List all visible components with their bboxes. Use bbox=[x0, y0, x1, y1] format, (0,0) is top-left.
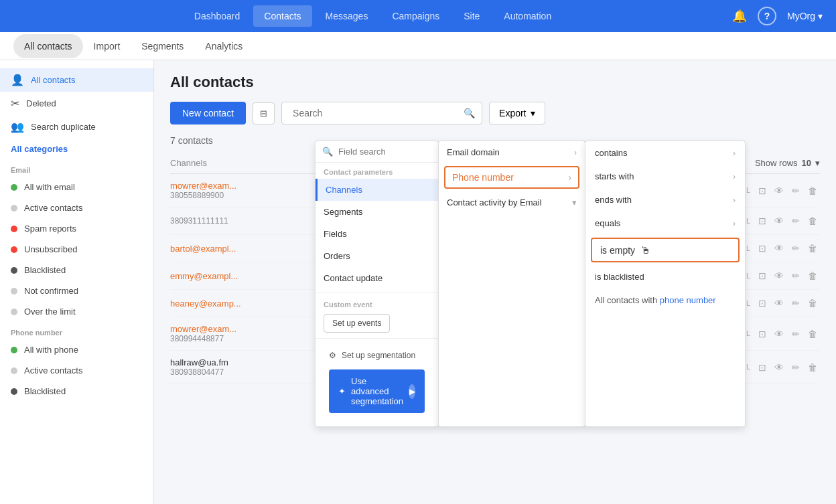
action-icon-edit6[interactable]: ✏ bbox=[789, 327, 803, 341]
deleted-icon: ✂ bbox=[11, 97, 19, 110]
action-icon-edit[interactable]: ✏ bbox=[789, 184, 803, 197]
nav-site[interactable]: Site bbox=[453, 5, 490, 27]
action-icon-edit3[interactable]: ✏ bbox=[789, 242, 803, 255]
sidebar-item-active-contacts-phone[interactable]: Active contacts bbox=[0, 360, 153, 381]
condition-starts-with[interactable]: starts with › bbox=[585, 165, 745, 188]
nav-right: 🔔 ? MyOrg ▾ bbox=[732, 7, 823, 25]
panel2-email-domain[interactable]: Email domain › bbox=[439, 141, 585, 163]
sidebar-item-over-limit[interactable]: Over the limit bbox=[0, 301, 153, 322]
arrow-right-icon-6: › bbox=[733, 218, 736, 228]
sidebar-item-unsubscribed[interactable]: Unsubscribed bbox=[0, 239, 153, 260]
sidebar-item-not-confirmed[interactable]: Not confirmed bbox=[0, 280, 153, 301]
sidebar-phone-label: Phone number bbox=[0, 322, 153, 339]
panel1-contact-update[interactable]: Contact update bbox=[316, 267, 438, 289]
dot-green bbox=[11, 184, 17, 191]
set-up-events-button[interactable]: Set up events bbox=[324, 314, 390, 333]
action-icon-edit5[interactable]: ✏ bbox=[789, 297, 803, 310]
filter-button[interactable]: ⊟ bbox=[253, 102, 275, 124]
panel1-segments[interactable]: Segments bbox=[316, 201, 438, 223]
dot-gray-2 bbox=[11, 288, 17, 295]
condition-equals[interactable]: equals › bbox=[585, 212, 745, 235]
panel2-phone-number[interactable]: Phone number › bbox=[444, 166, 579, 189]
set-up-segmentation-btn[interactable]: ⚙ Set up segmentation bbox=[322, 345, 431, 365]
action-icon-edit4[interactable]: ✏ bbox=[789, 269, 803, 282]
sidebar-all-categories[interactable]: All categories bbox=[0, 139, 153, 159]
search-box: 🔍 bbox=[281, 102, 482, 124]
action-icon-copy2[interactable]: ⊡ bbox=[756, 214, 769, 228]
action-icon-view6[interactable]: 👁 bbox=[772, 327, 786, 341]
action-icon-delete2[interactable]: 🗑 bbox=[805, 214, 820, 228]
dot-gray bbox=[11, 205, 17, 212]
search-input[interactable] bbox=[289, 102, 464, 124]
action-icon-delete6[interactable]: 🗑 bbox=[805, 327, 820, 341]
sidebar-item-all-with-phone[interactable]: All with phone bbox=[0, 339, 153, 360]
sidebar-item-blacklisted[interactable]: Blacklisted bbox=[0, 260, 153, 280]
nav-contacts[interactable]: Contacts bbox=[253, 5, 311, 27]
action-icon-copy6[interactable]: ⊡ bbox=[756, 327, 769, 341]
action-icon-view5[interactable]: 👁 bbox=[772, 297, 786, 310]
panel2-contact-activity[interactable]: Contact activity by Email ▾ bbox=[439, 191, 585, 214]
condition-ends-with[interactable]: ends with › bbox=[585, 188, 745, 212]
top-nav: Dashboard Contacts Messages Campaigns Si… bbox=[0, 0, 836, 32]
condition-is-empty[interactable]: is empty 🖱 bbox=[591, 238, 740, 262]
nav-campaigns[interactable]: Campaigns bbox=[381, 5, 450, 27]
dot-red bbox=[11, 226, 17, 232]
subnav-analytics[interactable]: Analytics bbox=[194, 34, 253, 58]
action-icon-delete5[interactable]: 🗑 bbox=[805, 297, 820, 310]
action-icon-delete3[interactable]: 🗑 bbox=[805, 242, 820, 255]
action-icon-view2[interactable]: 👁 bbox=[772, 214, 786, 228]
sidebar: 👤 All contacts ✂ Deleted 👥 Search duplic… bbox=[0, 60, 154, 504]
panel1-orders[interactable]: Orders bbox=[316, 245, 438, 267]
advanced-segmentation-button[interactable]: ✦ Use advanced segmentation ▶ bbox=[329, 369, 425, 413]
action-icon-view[interactable]: 👁 bbox=[772, 184, 786, 197]
action-icon-delete4[interactable]: 🗑 bbox=[805, 269, 820, 282]
action-icon-delete[interactable]: 🗑 bbox=[805, 184, 820, 197]
condition-is-blacklisted[interactable]: is blacklisted bbox=[585, 265, 745, 288]
sidebar-email-label: Email bbox=[0, 159, 153, 177]
search-icon: 🔍 bbox=[464, 108, 475, 118]
cursor-pointer-icon: 🖱 bbox=[640, 244, 650, 256]
sidebar-item-all-with-email[interactable]: All with email bbox=[0, 177, 153, 197]
nav-dashboard[interactable]: Dashboard bbox=[184, 5, 251, 27]
action-icon-view7[interactable]: 👁 bbox=[772, 361, 786, 374]
panel1-fields[interactable]: Fields bbox=[316, 223, 438, 245]
sub-nav: All contacts Import Segments Analytics bbox=[0, 32, 836, 60]
subnav-segments[interactable]: Segments bbox=[131, 34, 194, 58]
panel1-bottom: ⚙ Set up segmentation ✦ Use advanced seg… bbox=[316, 338, 438, 426]
action-icon-delete7[interactable]: 🗑 bbox=[805, 361, 820, 374]
sidebar-item-spam-reports[interactable]: Spam reports bbox=[0, 218, 153, 239]
filter-panel-2: Email domain › Phone number › Contact ac… bbox=[438, 141, 585, 427]
panel1-channels[interactable]: Channels bbox=[316, 179, 438, 201]
action-icon-edit2[interactable]: ✏ bbox=[789, 214, 803, 228]
action-icon-view3[interactable]: 👁 bbox=[772, 242, 786, 255]
action-icon-edit7[interactable]: ✏ bbox=[789, 361, 803, 374]
org-button[interactable]: MyOrg ▾ bbox=[787, 11, 823, 21]
action-icon-copy[interactable]: ⊡ bbox=[756, 184, 769, 197]
subnav-all-contacts[interactable]: All contacts bbox=[13, 34, 83, 58]
field-search-box: 🔍 bbox=[316, 141, 438, 163]
dot-gray-4 bbox=[11, 367, 17, 374]
field-search-input[interactable] bbox=[338, 147, 431, 157]
sidebar-item-all-contacts[interactable]: 👤 All contacts bbox=[0, 68, 153, 92]
condition-contains[interactable]: contains › bbox=[585, 141, 745, 165]
sidebar-item-deleted[interactable]: ✂ Deleted bbox=[0, 92, 153, 115]
nav-automation[interactable]: Automation bbox=[493, 5, 562, 27]
help-icon[interactable]: ? bbox=[758, 7, 776, 25]
sidebar-item-blacklisted-phone[interactable]: Blacklisted bbox=[0, 381, 153, 402]
sidebar-item-active-contacts-email[interactable]: Active contacts bbox=[0, 197, 153, 218]
action-icon-copy3[interactable]: ⊡ bbox=[756, 242, 769, 255]
chevron-down-icon: ▾ bbox=[818, 11, 823, 21]
show-rows-chevron[interactable]: ▾ bbox=[815, 158, 820, 168]
bell-icon[interactable]: 🔔 bbox=[732, 9, 747, 23]
action-icon-copy5[interactable]: ⊡ bbox=[756, 297, 769, 310]
sidebar-item-search-duplicate[interactable]: 👥 Search duplicate bbox=[0, 115, 153, 139]
new-contact-button[interactable]: New contact bbox=[170, 102, 246, 124]
subnav-import[interactable]: Import bbox=[83, 34, 131, 58]
action-icon-copy4[interactable]: ⊡ bbox=[756, 269, 769, 282]
export-button[interactable]: Export ▾ bbox=[489, 102, 545, 124]
nav-messages[interactable]: Messages bbox=[315, 5, 379, 27]
phone-number-link[interactable]: phone number bbox=[660, 295, 716, 305]
dot-dark-2 bbox=[11, 388, 17, 395]
action-icon-view4[interactable]: 👁 bbox=[772, 269, 786, 282]
action-icon-copy7[interactable]: ⊡ bbox=[756, 361, 769, 374]
